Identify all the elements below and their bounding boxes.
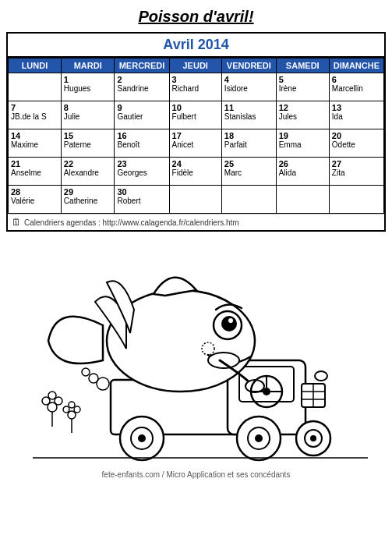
day-saint-name: Benoît [117,140,166,149]
svg-point-20 [221,316,237,331]
day-number: 22 [64,159,112,168]
day-saint-name: Stanislas [224,112,274,121]
calendar-cell: 3Richard [169,73,221,101]
calendar-cell: 27Zita [329,158,383,186]
calendar-cell: 6Marcellin [329,73,383,101]
svg-point-14 [255,434,263,442]
calendar-icon: 🗓 [12,217,21,228]
calendar-cell: 20Odette [329,129,383,158]
calendar-cell: 8Julie [61,101,115,129]
day-saint-name: Anicet [172,140,219,149]
day-number: 26 [279,159,327,168]
day-number: 4 [224,75,274,84]
day-saint-name: Alexandre [64,168,112,177]
calendar-cell: 22Alexandre [61,158,115,186]
calendar-cell: 16Benoît [115,129,169,158]
day-number: 16 [117,131,166,140]
page-title: Poisson d'avril! [0,0,392,32]
calendar-table: LUNDIMARDIMERCREDIJEUDIVENDREDISAMEDIDIM… [8,58,384,214]
day-saint-name: Jules [279,112,327,121]
calendar-cell: 2Sandrine [115,73,169,101]
day-header: MERCREDI [115,58,169,73]
svg-point-22 [208,353,239,368]
day-number: 27 [332,159,381,168]
calendar-days-header: LUNDIMARDIMERCREDIJEUDIVENDREDISAMEDIDIM… [9,58,384,73]
day-saint-name: Marcellin [332,84,381,93]
day-number: 15 [64,131,112,140]
svg-point-11 [138,434,146,442]
day-number: 13 [332,103,381,112]
day-saint-name: Isidore [224,84,274,93]
day-saint-name: Anselme [11,168,58,177]
calendar-cell: 7JB.de la S [9,101,62,129]
day-number: 18 [224,131,274,140]
day-number: 1 [64,75,112,84]
day-number: 19 [279,131,327,140]
calendar-cell [329,186,383,214]
day-saint-name: Fulbert [172,112,219,121]
calendar-cell: 17Anicet [169,129,221,158]
day-number: 21 [11,159,58,168]
day-number: 12 [279,103,327,112]
day-number: 17 [172,131,219,140]
day-number: 2 [117,75,166,84]
svg-point-17 [310,435,316,441]
day-saint-name: Ida [332,112,381,121]
calendar-cell [169,186,221,214]
calendar: Avril 2014 LUNDIMARDIMERCREDIJEUDIVENDRE… [6,32,386,232]
day-saint-name: Gautier [117,112,166,121]
day-number: 10 [172,103,219,112]
day-saint-name: Julie [64,112,112,121]
day-number: 11 [224,103,274,112]
calendar-cell: 18Parfait [221,129,276,158]
calendar-cell: 29Catherine [61,186,115,214]
calendar-cell: 13Ida [329,101,383,129]
calendar-cell: 9Gautier [115,101,169,129]
day-header: SAMEDI [276,58,329,73]
calendar-cell: 30Robert [115,186,169,214]
footer-text: Calendriers agendas : http://www.calagen… [24,218,239,227]
calendar-week-row: 28Valérie29Catherine30Robert [9,186,384,214]
day-number: 5 [279,75,327,84]
day-number: 6 [332,75,381,84]
day-saint-name: Sandrine [117,84,166,93]
svg-point-8 [315,371,327,381]
svg-point-21 [228,318,233,323]
credit-text: fete-enfants.com / Micro Application et … [0,466,392,482]
calendar-cell: 19Emma [276,129,329,158]
day-header: LUNDI [9,58,62,73]
calendar-footer: 🗓 Calendriers agendas : http://www.calag… [8,214,384,230]
day-saint-name: Parfait [224,140,274,149]
day-number: 9 [117,103,166,112]
day-saint-name: Maxime [11,140,58,149]
day-number: 20 [332,131,381,140]
calendar-cell: 15Paterne [61,129,115,158]
day-saint-name: Odette [332,140,381,149]
calendar-cell [9,73,62,101]
day-saint-name: Valérie [11,197,58,205]
day-saint-name: Marc [224,168,274,177]
day-number: 29 [64,187,112,197]
day-saint-name: Irène [279,84,327,93]
day-saint-name: Alida [279,168,327,177]
calendar-cell [221,186,276,214]
day-saint-name: Georges [117,168,166,177]
day-number: 23 [117,159,166,168]
calendar-cell: 14Maxime [9,129,62,158]
day-number: 7 [11,103,58,112]
calendar-cell: 21Anselme [9,158,62,186]
calendar-week-row: 7JB.de la S8Julie9Gautier10Fulbert11Stan… [9,101,384,129]
day-saint-name: Catherine [64,197,112,205]
day-number: 24 [172,159,219,168]
calendar-cell: 1Hugues [61,73,115,101]
day-number: 8 [64,103,112,112]
day-saint-name: Richard [172,84,219,93]
day-saint-name: Paterne [64,140,112,149]
day-number: 3 [172,75,219,84]
day-header: VENDREDI [221,58,276,73]
day-number: 30 [117,187,166,197]
day-saint-name: Zita [332,168,381,177]
day-header: MARDI [61,58,115,73]
calendar-week-row: 21Anselme22Alexandre23Georges24Fidèle25M… [9,158,384,186]
day-saint-name: Emma [279,140,327,149]
